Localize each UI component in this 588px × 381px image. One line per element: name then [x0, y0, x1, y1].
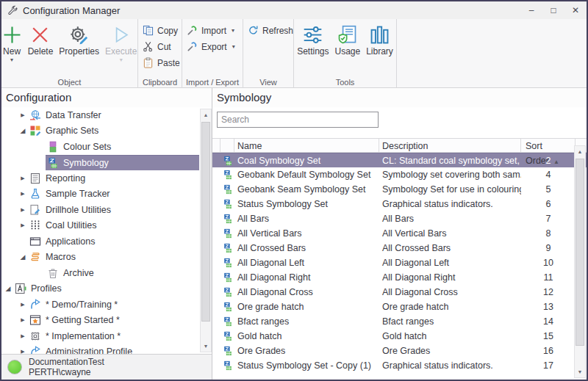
scrollbar-thumb[interactable]	[201, 122, 210, 322]
symbology-icon	[223, 287, 233, 297]
scrollbar-thumb[interactable]	[576, 159, 584, 346]
row-selector-cell	[212, 344, 220, 358]
new-dropdown-caret[interactable]: ▾	[10, 57, 13, 63]
expander-icon[interactable]: ▶	[18, 207, 28, 213]
scroll-up-button[interactable]: ▲	[575, 146, 585, 157]
tree-item[interactable]: ▶ * Implementation *	[1, 328, 199, 344]
table-row[interactable]: Coal Symbology Set CL: Standard coal sym…	[212, 153, 587, 167]
row-description: Graphical status indicators.	[379, 197, 521, 211]
maximize-button[interactable]: □	[542, 1, 564, 19]
scroll-down-button[interactable]: ▼	[201, 341, 211, 352]
table-row[interactable]: Ore Grades Ore Grades 16	[212, 344, 587, 358]
tree-item[interactable]: ◢ Profiles	[1, 281, 199, 297]
table-row[interactable]: Gold hatch Gold hatch 15	[212, 329, 587, 344]
table-row[interactable]: Geobank Default Symbology Set Symbology …	[212, 167, 587, 182]
table-row[interactable]: All Vertical Bars All Vertical Bars 8	[212, 226, 587, 241]
drillhole-utilities-icon	[29, 204, 41, 216]
expander-icon[interactable]: ▶	[18, 112, 28, 118]
expander-icon[interactable]: ▶	[18, 222, 28, 228]
row-name: All Crossed Bars	[234, 241, 379, 255]
expander-icon[interactable]: ▶	[18, 302, 28, 308]
symbology-icon	[223, 184, 233, 195]
row-name: Gold hatch	[234, 329, 379, 344]
library-books-icon	[370, 25, 390, 45]
tree-item[interactable]: ▶ Administration Profile	[1, 344, 199, 355]
tree-item[interactable]: Symbology	[1, 155, 199, 171]
table-row[interactable]: All Diagonal Cross All Diagonal Cross 12	[212, 285, 587, 300]
tree-item[interactable]: ▶ Coal Utilities	[1, 218, 199, 234]
import-dropdown-caret[interactable]: ▾	[232, 27, 234, 34]
tree-scrollbar[interactable]: ▲ ▼	[200, 109, 212, 352]
row-selector-cell	[212, 197, 220, 211]
expander-icon[interactable]: ◢	[3, 285, 13, 292]
export-dropdown-caret[interactable]: ▾	[232, 43, 235, 50]
close-button[interactable]: ✕	[564, 1, 587, 19]
properties-button[interactable]: Properties	[57, 22, 101, 65]
scroll-up-button[interactable]: ▲	[201, 109, 211, 120]
expander-icon[interactable]: ◢	[18, 127, 28, 134]
expander-icon[interactable]: ▶	[18, 175, 28, 181]
tree-item[interactable]: Colour Sets	[1, 139, 199, 155]
tree-item[interactable]: ▶ Data Transfer	[1, 107, 199, 123]
table-scrollbar[interactable]: ▲ ▼	[574, 145, 586, 378]
tree-item[interactable]: ▶ Reporting	[1, 170, 199, 186]
table-row[interactable]: Ore grade hatch Ore grade hatch 13	[212, 300, 587, 314]
tree-item[interactable]: ◢ Macros	[1, 250, 199, 266]
row-selector-cell	[212, 255, 220, 270]
tree-item[interactable]: ▶ * Demo/Training *	[1, 297, 199, 313]
row-sort-order: 12	[521, 285, 576, 300]
symbology-icon	[223, 346, 233, 356]
table-row[interactable]: All Diagonal Left All Diagonal Left 10	[212, 255, 587, 270]
new-button[interactable]: New ▾	[0, 22, 24, 65]
group-label-tools: Tools	[294, 78, 396, 87]
search-input[interactable]	[217, 112, 379, 128]
tree-item[interactable]: ▶ * Getting Started *	[1, 313, 199, 329]
table-body: Coal Symbology Set CL: Standard coal sym…	[212, 153, 587, 373]
description-column-header[interactable]: Description	[379, 139, 521, 152]
symbology-table: Name Description Sort Order▲ Coal Symbol…	[212, 138, 587, 373]
ribbon-group-import-export: Import ▾ Export ▾ Import / Export	[182, 19, 243, 88]
table-row[interactable]: All Crossed Bars All Crossed Bars 9	[212, 241, 587, 255]
row-description: All Diagonal Cross	[379, 285, 521, 300]
export-button[interactable]: Export ▾	[187, 41, 235, 52]
expander-icon[interactable]: ▶	[18, 349, 28, 354]
name-column-header[interactable]: Name	[234, 139, 379, 152]
expander-icon[interactable]: ◢	[18, 253, 28, 261]
tree-item[interactable]: ▶ Drillhole Utilities	[1, 202, 199, 218]
delete-button[interactable]: Delete	[26, 22, 56, 65]
usage-button[interactable]: Usage	[333, 22, 363, 58]
reporting-icon	[29, 173, 41, 184]
tree-item-label: Administration Profile	[46, 346, 132, 354]
cut-button[interactable]: Cut	[143, 41, 180, 52]
table-row[interactable]: Status Symbology Set - Copy (1) Graphica…	[212, 358, 587, 373]
table-row[interactable]: Bfact ranges Bfact ranges 14	[212, 314, 587, 329]
paste-button[interactable]: Paste	[143, 57, 180, 68]
settings-button[interactable]: Settings	[295, 22, 331, 58]
ribbon-group-clipboard: Copy Cut Paste Clipboard	[138, 19, 182, 88]
row-description: Ore Grades	[379, 344, 521, 358]
scroll-down-button[interactable]: ▼	[575, 366, 585, 377]
tree-item[interactable]: ◢ Graphic Sets	[1, 123, 199, 139]
group-label-clipboard: Clipboard	[138, 78, 182, 87]
status-user-name: PERTH\cwayne	[29, 367, 104, 377]
tree-item[interactable]: Applications	[1, 233, 199, 250]
table-row[interactable]: Geobank Seam Symbology Set Symbology Set…	[212, 182, 587, 197]
table-row[interactable]: All Bars All Bars 7	[212, 211, 587, 226]
refresh-button[interactable]: Refresh	[248, 25, 293, 36]
tree-item[interactable]: Archive	[1, 265, 199, 281]
sort-order-column-header[interactable]: Sort Order▲	[521, 139, 576, 152]
expander-icon[interactable]: ▶	[18, 317, 28, 323]
table-row[interactable]: All Diagonal Right All Diagonal Right 11	[212, 270, 587, 285]
import-button[interactable]: Import ▾	[187, 25, 235, 36]
coal-utilities-icon	[29, 219, 41, 231]
copy-button[interactable]: Copy	[143, 25, 180, 36]
symbology-panel: Symbology Name Description Sort Order▲	[212, 88, 587, 380]
library-button[interactable]: Library	[364, 22, 395, 58]
row-selector-cell	[212, 285, 220, 300]
minimize-button[interactable]: –	[520, 1, 542, 19]
tree-item[interactable]: ▶ Sample Tracker	[1, 186, 199, 203]
titlebar[interactable]: Configuration Manager – □ ✕	[1, 1, 587, 19]
expander-icon[interactable]: ▶	[18, 333, 28, 339]
expander-icon[interactable]: ▶	[18, 191, 28, 197]
table-row[interactable]: Status Symbology Set Graphical status in…	[212, 197, 587, 211]
